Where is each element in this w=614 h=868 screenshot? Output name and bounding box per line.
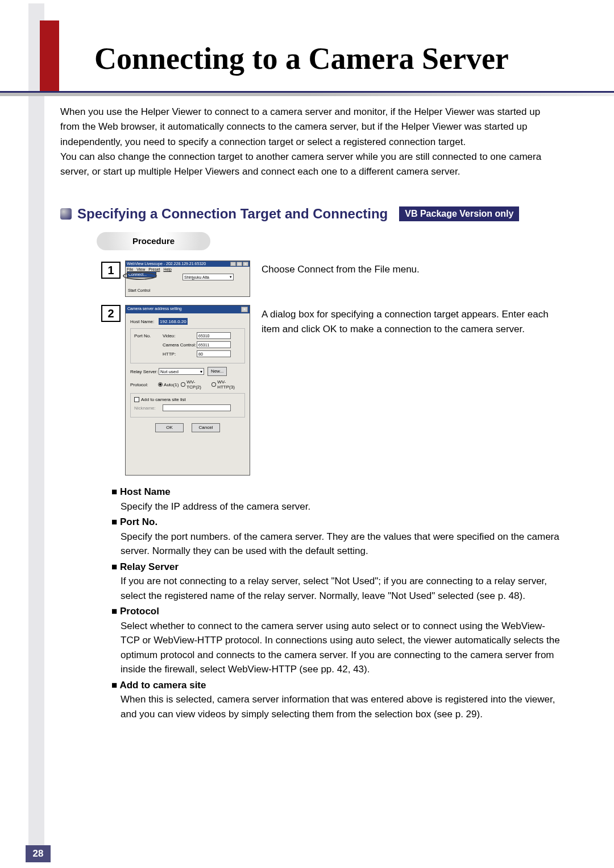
close-icon[interactable]: × — [243, 262, 248, 266]
term-port-no: Port No. — [111, 515, 561, 530]
video-field[interactable] — [197, 332, 231, 339]
host-name-field[interactable]: 192.168.0.20 — [159, 318, 188, 325]
port-section: Port No. Video: Camera Control: HTTP: — [130, 328, 245, 363]
desc-port-no: Specify the port numbers. of the camera … — [121, 530, 561, 559]
step-1-text: Choose Connect from the File menu. — [262, 264, 420, 275]
window-titlebar: WebView Livescope - 202.228.129.21:65320… — [126, 261, 250, 267]
chevron-down-icon: ▾ — [230, 275, 232, 279]
file-menu-dropdown: Connect... — [127, 271, 156, 278]
page-number: 28 — [26, 845, 51, 862]
term-addsite: Add to camera site — [111, 678, 561, 693]
window-buttons: - □ × — [230, 262, 248, 266]
dialog-titlebar: Camera server address setting × — [126, 305, 250, 313]
minimize-icon[interactable]: - — [230, 262, 236, 266]
video-label: Video: — [163, 333, 197, 338]
screenshot-address-dialog: Camera server address setting × Host Nam… — [125, 305, 250, 476]
camera-control-field[interactable] — [197, 341, 231, 348]
screenshot-file-menu: WebView Livescope - 202.228.129.21:65320… — [125, 261, 250, 297]
portno-label: Port No. — [134, 333, 163, 338]
desc-relay: If you are not connecting to a relay ser… — [121, 574, 561, 603]
step-2-text: A dialog box for specifying a connection… — [262, 307, 557, 336]
dialog-title: Camera server address setting — [127, 307, 182, 312]
desc-protocol: Select whether to connect to the camera … — [121, 619, 561, 677]
http-label: HTTP: — [163, 352, 197, 357]
cancel-button[interactable]: Cancel — [192, 423, 220, 432]
maximize-icon[interactable]: □ — [237, 262, 242, 266]
new-button[interactable]: New... — [208, 367, 227, 376]
chevron-down-icon: ▾ — [200, 369, 202, 374]
menu-item-connect[interactable]: Connect... — [127, 272, 156, 277]
relay-select[interactable]: Not used ▾ — [159, 368, 204, 375]
protocol-http-radio[interactable]: WV-HTTP(3) — [211, 379, 243, 390]
addsite-section: Add to camera site list Nickname: — [130, 393, 245, 418]
menu-file[interactable]: File — [127, 267, 133, 271]
section-bullet-icon — [60, 208, 72, 220]
protocol-tcp-radio[interactable]: WV-TCP(2) — [181, 379, 209, 390]
camera-select[interactable]: Shinjyuku Alta ▾ — [182, 274, 234, 280]
procedure-pill: Procedure — [97, 232, 210, 250]
step-1-number: 1 — [101, 262, 121, 279]
menu-item-start-control[interactable]: Start Control — [128, 288, 150, 292]
addsite-checkbox[interactable] — [134, 397, 139, 402]
margin-bar — [28, 3, 44, 861]
term-relay: Relay Server — [111, 560, 561, 574]
close-icon[interactable]: × — [241, 307, 248, 312]
relay-label: Relay Server: — [130, 369, 159, 374]
divider-light — [0, 93, 614, 96]
relay-select-value: Not used — [160, 369, 179, 374]
desc-addsite: When this is selected, camera server inf… — [121, 692, 561, 721]
chapter-tab — [40, 20, 59, 91]
protocol-label: Protocol: — [130, 382, 158, 387]
menu-view[interactable]: View — [136, 267, 145, 271]
menu-help[interactable]: Help — [163, 267, 171, 271]
term-host-name: Host Name — [111, 485, 561, 499]
desc-host-name: Specify the IP address of the camera ser… — [121, 499, 561, 514]
section-heading-row: Specifying a Connection Target and Conne… — [60, 206, 519, 222]
menu-preset[interactable]: Preset — [148, 267, 160, 271]
nickname-field — [163, 404, 231, 411]
host-name-label: Host Name: — [130, 319, 159, 324]
camera-control-label: Camera Control: — [163, 342, 197, 348]
ok-button[interactable]: OK — [155, 423, 184, 432]
page-title: Connecting to a Camera Server — [94, 41, 509, 76]
addsite-label: Add to camera site list — [141, 397, 186, 402]
term-protocol: Protocol — [111, 604, 561, 619]
version-badge: VB Package Version only — [399, 206, 519, 221]
nickname-label: Nickname: — [134, 406, 163, 411]
protocol-auto-radio[interactable]: Auto(1) — [158, 382, 179, 387]
step-2-number: 2 — [101, 305, 121, 322]
intro-text: When you use the Helper Viewer to connec… — [60, 105, 561, 180]
camera-select-value: Shinjyuku Alta — [184, 275, 209, 279]
http-field[interactable] — [197, 350, 231, 357]
definitions-list: Host Name Specify the IP address of the … — [111, 485, 561, 722]
window-title: WebView Livescope - 202.228.129.21:65320 — [127, 262, 206, 266]
section-heading: Specifying a Connection Target and Conne… — [77, 206, 388, 222]
